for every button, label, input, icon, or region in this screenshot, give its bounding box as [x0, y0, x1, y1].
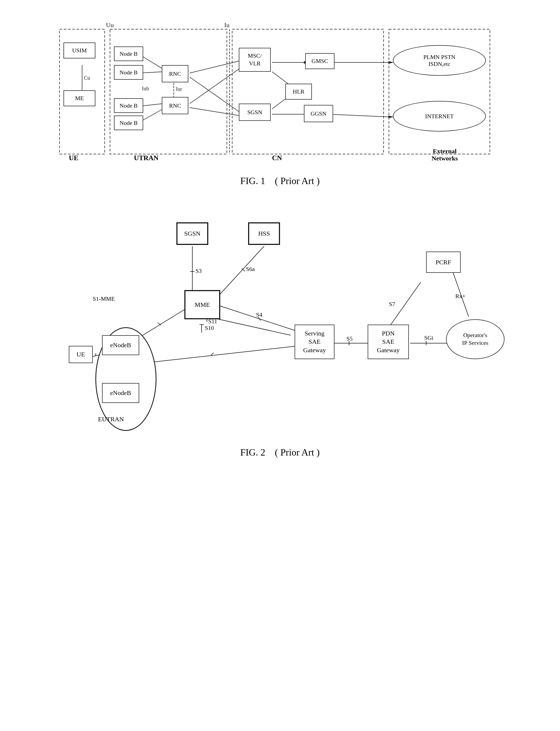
svg-text:S4: S4: [256, 311, 262, 318]
svg-text:S3: S3: [196, 267, 202, 274]
svg-line-16: [190, 77, 239, 112]
ggsn-box: GGSN: [304, 105, 333, 122]
nodeb2-box: Node B: [114, 65, 143, 80]
hss-box: HSS: [248, 222, 280, 245]
svg-text:S5: S5: [346, 335, 353, 342]
fig1-caption: FIG. 1 ( Prior Art ): [240, 175, 320, 186]
msc-vlr-box: MSC/VLR: [239, 48, 271, 72]
svg-text:S10: S10: [205, 325, 214, 331]
fig2-caption: FIG. 2 ( Prior Art ): [240, 447, 320, 458]
mme-box: MME: [184, 290, 220, 319]
svg-text:S6a: S6a: [246, 266, 255, 272]
enodeb1-box: eNodeB: [102, 335, 139, 355]
operator-ip-box: Operator'sIP Services: [446, 319, 504, 359]
svg-text:S7: S7: [389, 301, 395, 307]
rnc2-box: RNC: [162, 97, 188, 114]
hlr-box: HLR: [285, 84, 312, 100]
svg-line-17: [190, 69, 239, 104]
svg-text:S1-MME: S1-MME: [93, 295, 115, 302]
ext-networks-label: ExternalNetworks: [400, 148, 490, 162]
svg-line-51: [131, 346, 299, 364]
ue-label: UE: [69, 154, 78, 162]
page-content: Uu Iu Cu Iur Iub: [41, 16, 519, 458]
utran-label: UTRAN: [134, 154, 158, 162]
cn-label: CN: [272, 154, 282, 162]
svg-text:Cu: Cu: [84, 75, 90, 81]
plmn-box: PLMN PSTNISDN,etc: [393, 45, 486, 76]
rnc1-box: RNC: [162, 65, 188, 82]
svg-text:SGi: SGi: [424, 334, 433, 341]
nodeb3-box: Node B: [114, 98, 143, 113]
svg-text:Rx+: Rx+: [455, 293, 465, 299]
svg-line-30: [328, 114, 389, 117]
pdn-gw-box: PDNSAEGateway: [368, 325, 409, 359]
sgsn-box-fig2: SGSN: [176, 222, 208, 245]
me-box: ME: [63, 90, 95, 106]
fig1-diagram: Uu Iu Cu Iur Iub: [54, 16, 506, 170]
fig2-diagram: S3 S6a S4 S11 S10 S1: [54, 202, 506, 441]
sgsn-box: SGSN: [239, 104, 271, 121]
gmsc-box: GMSC: [305, 53, 334, 69]
svg-text:Uu: Uu: [106, 22, 114, 28]
svg-line-18: [190, 108, 239, 116]
usim-box: USIM: [63, 43, 95, 58]
nodeb1-box: Node B: [114, 46, 143, 61]
svg-line-41: [207, 317, 291, 335]
svg-text:Iub: Iub: [142, 86, 149, 91]
fig1-container: Uu Iu Cu Iur Iub: [41, 16, 519, 186]
svg-text:Iu: Iu: [224, 22, 230, 28]
ue-box-fig2: UE: [69, 346, 93, 363]
svg-text:Iur: Iur: [176, 86, 182, 92]
fig1-svg: Uu Iu Cu Iur Iub: [54, 16, 506, 170]
serving-gw-box: ServingSAEGateway: [295, 325, 334, 359]
enodeb2-box: eNodeB: [102, 383, 139, 403]
pcrf-box: PCRF: [426, 252, 461, 273]
svg-line-35: [219, 246, 264, 295]
eutran-label: EUTRAN: [98, 416, 124, 423]
svg-line-52: [211, 353, 214, 355]
internet-box: INTERNET: [393, 101, 486, 131]
svg-line-15: [190, 61, 239, 73]
fig2-container: S3 S6a S4 S11 S10 S1: [41, 202, 519, 458]
nodeb4-box: Node B: [114, 116, 143, 130]
